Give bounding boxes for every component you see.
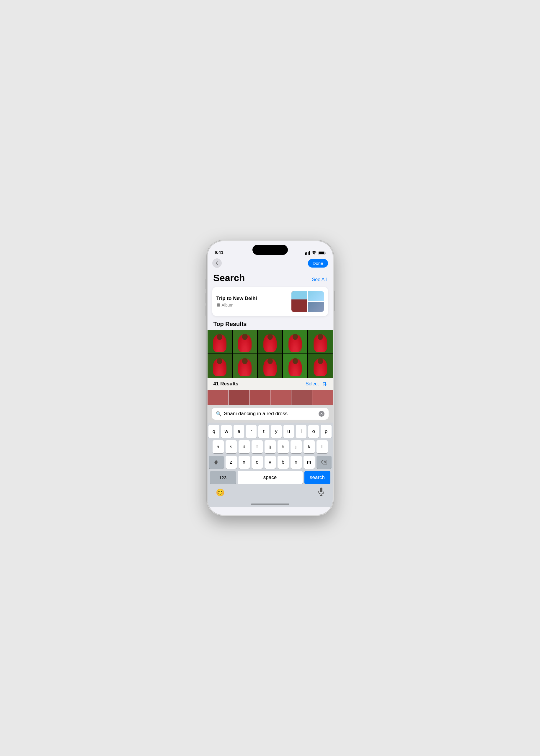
svg-rect-5 [319, 252, 324, 254]
key-w[interactable]: w [221, 425, 232, 438]
key-s[interactable]: s [225, 440, 237, 453]
keyboard-row-3: z x c v b n m [209, 456, 332, 469]
svg-rect-6 [217, 304, 220, 307]
done-button[interactable]: Done [308, 259, 328, 267]
svg-rect-1 [306, 252, 307, 255]
key-t[interactable]: t [258, 425, 269, 438]
numbers-key[interactable]: 123 [210, 471, 236, 484]
page-title: Search [213, 273, 245, 283]
microphone-icon [318, 488, 325, 496]
space-key[interactable]: space [238, 471, 303, 484]
album-thumbnails [291, 291, 324, 312]
dynamic-island [252, 245, 288, 255]
small-photo-1[interactable] [207, 390, 228, 405]
select-button[interactable]: Select [306, 381, 319, 386]
search-input[interactable] [224, 411, 316, 417]
key-o[interactable]: o [308, 425, 319, 438]
key-k[interactable]: k [304, 440, 315, 453]
key-c[interactable]: c [252, 456, 263, 469]
results-actions: Select ⇅ [306, 380, 327, 387]
small-photo-2[interactable] [228, 390, 249, 405]
key-g[interactable]: g [265, 440, 276, 453]
key-z[interactable]: z [225, 456, 237, 469]
mic-button[interactable] [318, 488, 325, 498]
key-e[interactable]: e [233, 425, 244, 438]
key-y[interactable]: y [271, 425, 282, 438]
svg-rect-7 [217, 303, 220, 304]
photo-row-1 [207, 330, 333, 354]
photo-4[interactable] [283, 330, 307, 354]
svg-rect-0 [305, 252, 306, 255]
search-bar-container: 🔍 ✕ [207, 405, 333, 423]
search-key[interactable]: search [304, 471, 331, 484]
album-icon [216, 303, 220, 307]
phone-screen: 9:41 [207, 241, 333, 515]
key-r[interactable]: r [246, 425, 257, 438]
shift-icon [213, 460, 219, 465]
svg-rect-2 [308, 251, 309, 255]
key-d[interactable]: d [238, 440, 250, 453]
clear-button[interactable]: ✕ [319, 411, 325, 417]
chevron-left-icon [215, 261, 219, 265]
delete-key[interactable] [317, 456, 332, 469]
photo-2[interactable] [233, 330, 257, 354]
key-x[interactable]: x [238, 456, 250, 469]
album-info: Trip to New Delhi Album [216, 296, 257, 307]
photo-6[interactable] [207, 354, 232, 378]
small-photo-3[interactable] [249, 390, 270, 405]
photo-10[interactable] [308, 354, 333, 378]
svg-rect-3 [309, 251, 310, 255]
keyboard-row-1: q w e r t y u i o p [209, 425, 332, 438]
search-header: Search See All [207, 270, 333, 285]
key-q[interactable]: q [208, 425, 219, 438]
results-count: 41 Results [213, 381, 238, 387]
sort-icon[interactable]: ⇅ [323, 380, 327, 387]
key-u[interactable]: u [283, 425, 294, 438]
key-j[interactable]: j [291, 440, 302, 453]
album-card[interactable]: Trip to New Delhi Album [212, 287, 328, 316]
key-b[interactable]: b [278, 456, 289, 469]
small-photo-6[interactable] [312, 390, 333, 405]
search-magnifier-icon: 🔍 [216, 411, 222, 417]
delete-icon [321, 460, 327, 465]
album-thumb-tr [308, 291, 324, 301]
back-button[interactable] [212, 258, 222, 268]
photo-8[interactable] [258, 354, 282, 378]
see-all-button[interactable]: See All [312, 277, 327, 282]
phone-frame: 9:41 [207, 240, 334, 516]
key-n[interactable]: n [291, 456, 302, 469]
signal-icon [305, 251, 310, 255]
keyboard-row-2: a s d f g h j k l [209, 440, 332, 453]
photo-1[interactable] [207, 330, 232, 354]
small-photo-4[interactable] [270, 390, 291, 405]
photo-9[interactable] [283, 354, 307, 378]
keyboard: q w e r t y u i o p a s d f g [207, 423, 333, 501]
key-v[interactable]: v [265, 456, 276, 469]
shift-key[interactable] [209, 456, 224, 469]
search-bar: 🔍 ✕ [212, 408, 329, 420]
small-results-row [207, 390, 333, 405]
key-a[interactable]: a [212, 440, 224, 453]
key-p[interactable]: p [321, 425, 331, 438]
key-f[interactable]: f [252, 440, 263, 453]
top-results-label: Top Results [207, 320, 333, 330]
key-h[interactable]: h [278, 440, 289, 453]
status-icons [305, 251, 326, 255]
photo-row-2 [207, 354, 333, 378]
battery-icon [318, 251, 326, 255]
photo-7[interactable] [233, 354, 257, 378]
small-photo-5[interactable] [291, 390, 312, 405]
photo-3[interactable] [258, 330, 282, 354]
keyboard-bottom-row: 123 space search [209, 471, 332, 484]
album-subtitle: Album [216, 303, 257, 307]
album-thumb-main [291, 291, 307, 312]
home-indicator [207, 501, 333, 507]
emoji-button[interactable]: 😊 [216, 489, 225, 497]
key-m[interactable]: m [304, 456, 315, 469]
album-title: Trip to New Delhi [216, 296, 257, 302]
key-l[interactable]: l [317, 440, 328, 453]
key-i[interactable]: i [296, 425, 307, 438]
keyboard-accessories: 😊 [209, 485, 332, 501]
home-bar [251, 504, 289, 505]
photo-5[interactable] [308, 330, 333, 354]
